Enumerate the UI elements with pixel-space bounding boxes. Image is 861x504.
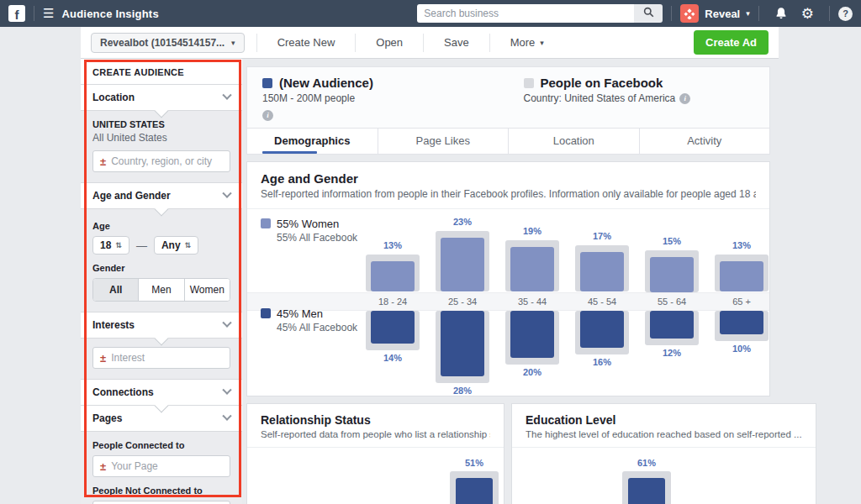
create-ad-button[interactable]: Create Ad bbox=[694, 30, 769, 55]
add-icon: ± bbox=[100, 461, 106, 472]
business-search bbox=[417, 4, 663, 23]
open-button[interactable]: Open bbox=[367, 31, 411, 54]
bar-value-label: 23% bbox=[436, 217, 489, 227]
age-gender-chart: 55% Women 55% All Facebook 45% Men 45% A… bbox=[247, 209, 769, 396]
audience-name: (New Audience) bbox=[279, 76, 373, 90]
age-gender-panel: Age 18 ⇅ — Any ⇅ Gender All Men W bbox=[81, 209, 242, 312]
chevron-down-icon: ▾ bbox=[540, 39, 544, 47]
tab-demographics[interactable]: Demographics bbox=[247, 129, 378, 154]
navbar-divider bbox=[758, 6, 759, 21]
age-from-select[interactable]: 18 ⇅ bbox=[92, 236, 129, 255]
women-color-swatch bbox=[261, 218, 271, 228]
education-bar bbox=[628, 478, 665, 504]
location-country: UNITED STATES bbox=[92, 119, 230, 129]
section-connections[interactable]: Connections bbox=[81, 380, 242, 406]
app-title: Audience Insights bbox=[61, 8, 158, 20]
bar-value-label: 51% bbox=[447, 458, 501, 468]
audience-comparison-header: (New Audience) 150M - 200M people i Peop… bbox=[246, 66, 770, 129]
tab-location[interactable]: Location bbox=[509, 129, 640, 154]
tab-label: Demographics bbox=[274, 134, 350, 147]
age-gender-card: Age and Gender Self-reported information… bbox=[246, 161, 770, 396]
account-selector-dropdown[interactable]: Revealbot (10154514157... ▾ bbox=[91, 33, 245, 53]
audience-color-swatch bbox=[262, 78, 272, 88]
section-age-gender-label: Age and Gender bbox=[92, 190, 171, 202]
bar-value-label: 16% bbox=[575, 357, 629, 367]
relationship-card-header: Relationship Status Self-reported data f… bbox=[247, 404, 504, 448]
tab-label: Activity bbox=[687, 134, 721, 147]
help-icon[interactable]: ? bbox=[838, 7, 853, 21]
age-category-label: 25 - 34 bbox=[429, 297, 496, 307]
men-bar bbox=[580, 311, 624, 349]
tab-activity[interactable]: Activity bbox=[640, 129, 770, 154]
search-button[interactable] bbox=[634, 4, 663, 23]
section-pages-label: Pages bbox=[92, 412, 122, 424]
interest-input[interactable] bbox=[111, 352, 223, 364]
women-bar bbox=[510, 247, 554, 291]
age-range-dash: — bbox=[136, 239, 147, 252]
account-menu[interactable]: Reveal ▾ bbox=[680, 4, 749, 23]
hamburger-icon[interactable]: ☰ bbox=[43, 6, 54, 21]
search-input[interactable] bbox=[417, 4, 634, 23]
navbar-divider bbox=[829, 6, 830, 21]
section-interests-label: Interests bbox=[92, 319, 135, 331]
info-icon[interactable]: i bbox=[679, 93, 690, 104]
interest-input-wrap: ± bbox=[92, 347, 230, 369]
toolbar-divider bbox=[355, 34, 356, 52]
age-gender-card-subtitle: Self-reported information from people in… bbox=[261, 188, 756, 200]
gender-option-all[interactable]: All bbox=[93, 279, 139, 301]
legend-men-label: 45% Men bbox=[277, 307, 323, 320]
women-bar bbox=[371, 261, 415, 291]
connected-input-wrap: ± bbox=[92, 455, 230, 477]
not-connected-input-wrap: ± bbox=[92, 501, 230, 504]
bar-value-label: 13% bbox=[715, 240, 769, 250]
chevron-down-icon: ▾ bbox=[231, 39, 235, 47]
relationship-bar bbox=[456, 478, 493, 504]
gender-option-men[interactable]: Men bbox=[139, 279, 184, 301]
gender-label: Gender bbox=[92, 263, 230, 273]
relationship-card-title: Relationship Status bbox=[261, 413, 490, 427]
relationship-card-subtitle: Self-reported data from people who list … bbox=[261, 429, 490, 439]
education-level-card: Education Level The highest level of edu… bbox=[511, 403, 816, 504]
age-to-select[interactable]: Any ⇅ bbox=[154, 236, 198, 255]
age-from-value: 18 bbox=[100, 239, 111, 251]
location-input-wrap: ± bbox=[92, 150, 230, 172]
connected-label: People Connected to bbox=[92, 440, 230, 450]
comparison-country: Country: United States of America bbox=[524, 92, 676, 104]
bell-icon[interactable] bbox=[774, 7, 788, 20]
age-category-label: 55 - 64 bbox=[638, 297, 705, 307]
section-interests[interactable]: Interests bbox=[81, 312, 242, 339]
save-button[interactable]: Save bbox=[436, 31, 478, 54]
create-new-button[interactable]: Create New bbox=[269, 31, 344, 54]
legend-men: 45% Men 45% All Facebook bbox=[261, 307, 357, 333]
people-connected-input[interactable] bbox=[111, 460, 223, 472]
location-scope: All United States bbox=[92, 132, 230, 144]
relationship-chart: 51% 33% bbox=[247, 448, 504, 504]
chevron-down-icon bbox=[222, 318, 231, 328]
section-age-gender[interactable]: Age and Gender bbox=[81, 183, 242, 209]
gear-icon[interactable]: ⚙ bbox=[801, 7, 814, 21]
updown-arrows-icon: ⇅ bbox=[185, 241, 192, 249]
audience-size: 150M - 200M people bbox=[262, 92, 494, 104]
add-icon: ± bbox=[100, 156, 106, 167]
education-card-header: Education Level The highest level of edu… bbox=[512, 404, 816, 448]
bar-value-label: 19% bbox=[505, 226, 559, 236]
men-bar bbox=[441, 311, 484, 376]
chevron-down-icon bbox=[222, 412, 231, 421]
bar-value-label: 14% bbox=[366, 353, 420, 363]
facebook-logo-icon[interactable]: f bbox=[8, 5, 25, 22]
updown-arrows-icon: ⇅ bbox=[115, 241, 122, 249]
tab-page-likes[interactable]: Page Likes bbox=[378, 129, 510, 154]
location-input[interactable] bbox=[111, 155, 223, 167]
tab-label: Location bbox=[553, 134, 594, 147]
age-category-label: 45 - 54 bbox=[568, 297, 636, 307]
bottom-cards-row: Relationship Status Self-reported data f… bbox=[246, 403, 770, 504]
chevron-down-icon bbox=[222, 386, 231, 395]
info-icon[interactable]: i bbox=[262, 110, 273, 121]
gender-option-women[interactable]: Women bbox=[185, 279, 230, 301]
legend-women: 55% Women 55% All Facebook bbox=[261, 218, 357, 244]
content-region: CREATE AUDIENCE Location UNITED STATES A… bbox=[81, 59, 779, 504]
not-connected-label: People Not Connected to bbox=[92, 486, 230, 496]
section-location[interactable]: Location bbox=[81, 85, 242, 111]
active-tab-underline bbox=[262, 151, 317, 154]
more-dropdown[interactable]: More ▾ bbox=[502, 31, 552, 54]
